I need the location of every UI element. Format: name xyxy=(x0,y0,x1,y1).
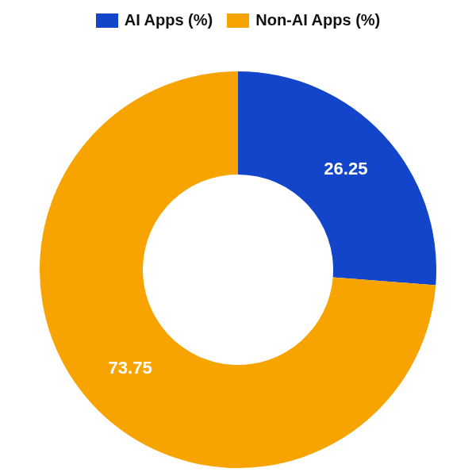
legend-label-ai: AI Apps (%) xyxy=(125,11,213,29)
legend-item-ai: AI Apps (%) xyxy=(96,11,213,29)
legend: AI Apps (%) Non-AI Apps (%) xyxy=(0,0,476,29)
data-label-1: 73.75 xyxy=(109,358,152,378)
donut-chart: 26.2573.75 xyxy=(0,48,476,468)
legend-swatch-non-ai xyxy=(227,13,249,28)
legend-swatch-ai xyxy=(96,13,118,28)
data-label-0: 26.25 xyxy=(324,159,367,178)
legend-label-non-ai: Non-AI Apps (%) xyxy=(255,11,380,29)
legend-item-non-ai: Non-AI Apps (%) xyxy=(227,11,380,29)
